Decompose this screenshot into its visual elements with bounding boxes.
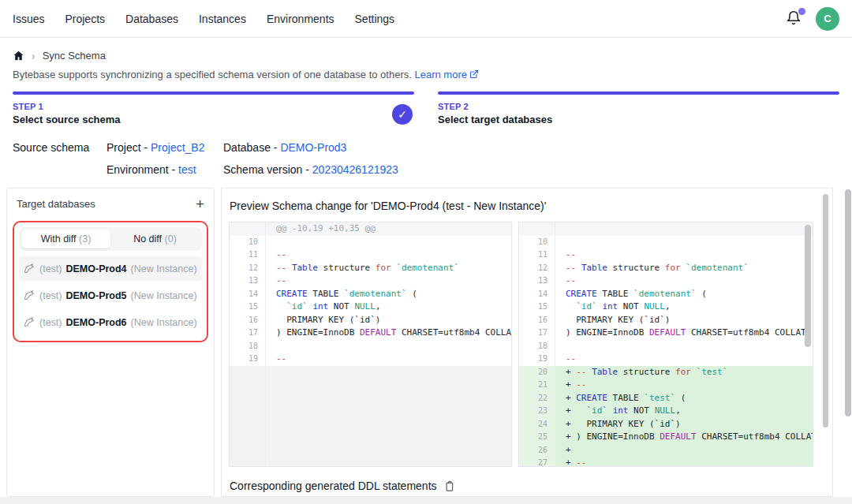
diff-line-number: 10 — [519, 236, 555, 249]
nav-item-environments[interactable]: Environments — [267, 13, 334, 25]
database-link[interactable]: DEMO-Prod3 — [280, 141, 346, 154]
avatar[interactable]: C — [816, 7, 839, 31]
step-1-title: Select source schema — [13, 114, 414, 125]
diff-line: 12-- Table structure for `demotenant` — [519, 262, 813, 275]
diff-line-code: + CREATE TABLE `test` ( — [555, 392, 813, 405]
diff-line-number: 13 — [519, 274, 555, 288]
schema-diff-view: @@ -10,19 +10,35 @@1011--12-- Table stru… — [229, 222, 813, 467]
diff-line: 12-- Table structure for `demotenant` — [230, 262, 511, 275]
diff-line-code — [555, 340, 813, 353]
diff-line: 16 PRIMARY KEY (`id`) — [519, 314, 813, 327]
diff-line: 19-- — [230, 353, 511, 366]
diff-line-code — [266, 236, 511, 249]
source-schema-label: Source schema — [13, 141, 106, 176]
diff-line-code: + -- — [555, 379, 813, 392]
diff-line: 17) ENGINE=InnoDB DEFAULT CHARSET=utf8mb… — [230, 327, 511, 340]
step-1-check-icon: ✓ — [392, 104, 413, 125]
page-scrollbar[interactable] — [845, 189, 851, 416]
notification-bell-icon[interactable] — [786, 10, 803, 28]
diff-pane-source: @@ -10,19 +10,35 @@1011--12-- Table stru… — [229, 222, 512, 467]
chevron-right-icon: › — [32, 50, 36, 62]
diff-line-code: ) ENGINE=InnoDB DEFAULT CHARSET=utf8mb4 … — [266, 327, 511, 340]
diff-line-code: CREATE TABLE `demotenant` ( — [555, 288, 813, 301]
environment-link[interactable]: test — [178, 163, 196, 176]
diff-line-code: -- Table structure for `demotenant` — [266, 262, 511, 275]
diff-line-number: 11 — [230, 248, 266, 262]
breadcrumb: › Sync Schema — [0, 38, 852, 62]
notification-dot — [798, 8, 805, 15]
add-target-database-button[interactable]: + — [196, 196, 204, 211]
tab-no-diff[interactable]: No diff (0) — [110, 230, 200, 248]
preview-panel-scrollbar[interactable] — [823, 194, 828, 427]
home-icon[interactable] — [13, 50, 24, 62]
diff-line-number: 18 — [519, 340, 555, 353]
diff-line-number: 17 — [519, 327, 555, 340]
diff-line: 13-- — [519, 274, 813, 288]
database-item-demo-prod6[interactable]: (test) DEMO-Prod6 (New Instance) — [19, 310, 202, 334]
diff-line-code: PRIMARY KEY (`id`) — [266, 314, 511, 327]
diff-line: 20+ -- Table structure for `test` — [519, 366, 813, 379]
diff-line-number: 20 — [519, 366, 555, 379]
diff-line-number: 13 — [230, 274, 266, 288]
diff-line: 10 — [230, 236, 511, 249]
diff-line-code — [555, 236, 813, 249]
diff-line-number: 15 — [230, 301, 266, 314]
diff-line-code: `id` int NOT NULL, — [266, 301, 511, 314]
diff-line: @@ -10,19 +10,35 @@ — [230, 222, 511, 236]
diff-line-number: 14 — [230, 288, 266, 301]
copy-icon[interactable] — [444, 480, 456, 492]
diff-line-number: 17 — [230, 327, 266, 340]
step-2-title: Select target databases — [438, 114, 839, 125]
mysql-icon — [24, 289, 36, 301]
source-project: Project - Project_B2 — [106, 141, 223, 154]
nav-item-databases[interactable]: Databases — [125, 13, 178, 25]
diff-line: 26+ — [519, 444, 813, 457]
step-2-progress-bar — [438, 91, 839, 95]
nav-item-issues[interactable]: Issues — [13, 13, 44, 25]
database-item-demo-prod4[interactable]: (test) DEMO-Prod4 (New Instance) — [19, 256, 202, 281]
diff-line-code: + -- — [555, 457, 813, 467]
diff-line: 27+ -- — [519, 457, 813, 467]
diff-line-code — [266, 340, 511, 353]
tab-with-diff[interactable]: With diff (3) — [21, 230, 110, 248]
top-navigation: Issues Projects Databases Instances Envi… — [0, 0, 852, 38]
diff-line-number: 16 — [230, 314, 266, 327]
diff-line-number — [230, 366, 266, 467]
diff-line-number: 12 — [519, 262, 555, 275]
diff-line: 24+ PRIMARY KEY (`id`) — [519, 418, 813, 431]
schema-version-link[interactable]: 20230426121923 — [312, 163, 398, 176]
diff-filter-tabs: With diff (3) No diff (0) — [19, 227, 202, 251]
diff-line: 14CREATE TABLE `demotenant` ( — [230, 288, 511, 301]
diff-line: 15 `id` int NOT NULL, — [519, 301, 813, 314]
nav-item-projects[interactable]: Projects — [65, 13, 105, 25]
step-2-label: STEP 2 — [438, 102, 839, 111]
mysql-icon — [24, 316, 36, 328]
diff-line-number — [230, 222, 266, 236]
diff-line-code: ) ENGINE=InnoDB DEFAULT CHARSET=utf8mb4 … — [555, 327, 813, 340]
diff-line-code: -- — [555, 353, 813, 366]
diff-line-number — [519, 222, 555, 236]
step-1: STEP 1 Select source schema ✓ — [13, 91, 414, 125]
diff-line-code: -- — [266, 274, 511, 288]
diff-pane-scrollbar[interactable] — [805, 225, 811, 347]
database-item-demo-prod5[interactable]: (test) DEMO-Prod5 (New Instance) — [19, 283, 202, 308]
diff-line-code: + -- Table structure for `test` — [555, 366, 813, 379]
diff-line-code: -- — [266, 353, 511, 366]
diff-line-code: CREATE TABLE `demotenant` ( — [266, 288, 511, 301]
diff-line: 13-- — [230, 274, 511, 288]
nav-item-instances[interactable]: Instances — [199, 13, 246, 25]
learn-more-link[interactable]: Learn more — [414, 69, 478, 80]
diff-line: 18 — [230, 340, 511, 353]
diff-line-number: 15 — [519, 301, 555, 314]
diff-line-number: 10 — [230, 236, 266, 249]
diff-line-number: 21 — [519, 379, 555, 392]
diff-line: 23+ `id` int NOT NULL, — [519, 405, 813, 418]
nav-item-settings[interactable]: Settings — [355, 13, 395, 25]
diff-line-number: 19 — [230, 353, 266, 366]
diff-line: 21+ -- — [519, 379, 813, 392]
step-2: STEP 2 Select target databases — [438, 91, 839, 125]
project-link[interactable]: Project_B2 — [151, 141, 204, 154]
diff-line-number: 18 — [230, 340, 266, 353]
diff-line-code — [555, 222, 813, 236]
intro-description: Bytebase supports synchronizing a specif… — [13, 69, 412, 80]
